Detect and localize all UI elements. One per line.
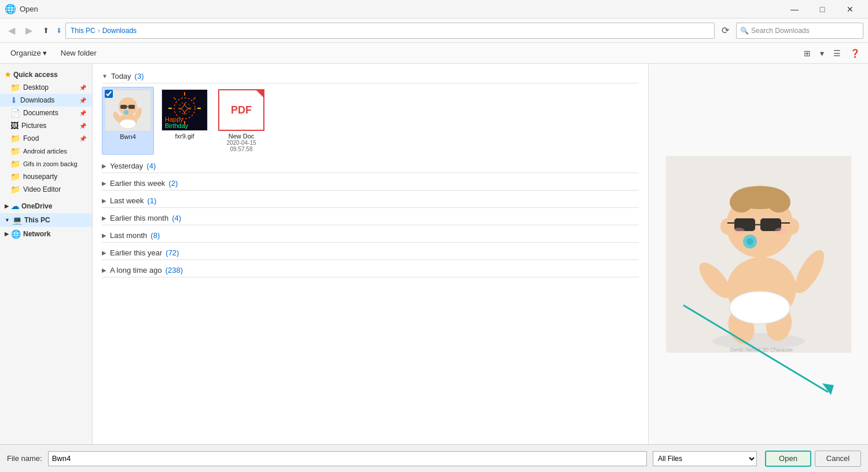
- preview-panel: Denis Alentul 3D Character: [648, 64, 868, 444]
- videoeditor-icon: 📁: [10, 185, 20, 194]
- file-meta-newdoc: 2020-04-1509.57.58: [226, 140, 256, 152]
- sidebar-quick-access[interactable]: ★ Quick access: [0, 68, 92, 81]
- sidebar-network[interactable]: ▶ 🌐 Network: [0, 227, 92, 241]
- help-button[interactable]: ❓: [847, 46, 863, 60]
- sidebar-item-label: Food: [23, 134, 39, 142]
- back-button[interactable]: ◀: [5, 23, 19, 38]
- sidebar-item-documents[interactable]: 📄 Documents 📌: [0, 107, 92, 119]
- file-item-fxr9[interactable]: ✦ Happy Birthday: [159, 87, 211, 155]
- thispc-icon: 💻: [12, 215, 22, 225]
- group-earlier-week: ▶ Earlier this week (2): [102, 177, 639, 191]
- group-earlier-month-count: (4): [172, 214, 181, 222]
- sidebar-item-houseparty[interactable]: 📁 houseparty: [0, 170, 92, 183]
- group-chevron-right-icon: ▶: [102, 215, 106, 221]
- gifs-icon: 📁: [10, 159, 20, 169]
- pictures-icon: 🖼: [10, 121, 19, 130]
- cancel-button[interactable]: Cancel: [815, 451, 861, 467]
- group-today-header[interactable]: ▼ Today (3): [102, 69, 639, 83]
- group-today-count: (3): [135, 72, 144, 81]
- files-grid-today: Bwn4 ✦ Happy Birthday: [102, 87, 639, 155]
- view-dropdown-button[interactable]: ▾: [816, 46, 827, 60]
- view-icons-button[interactable]: ⊞: [800, 46, 814, 60]
- group-longtime-ago-header[interactable]: ▶ A long time ago (238): [102, 264, 639, 277]
- group-longtime-ago-title: A long time ago: [110, 266, 162, 275]
- file-item-newdoc[interactable]: PDF New Doc 2020-04-1509.57.58: [215, 87, 267, 155]
- preview-image-container: Denis Alentul 3D Character: [666, 156, 851, 353]
- sidebar: ★ Quick access 📁 Desktop 📌 ⬇ Downloads 📌…: [0, 64, 93, 444]
- documents-icon: 📄: [10, 108, 20, 118]
- filetype-select[interactable]: All Files: [653, 451, 757, 466]
- svg-point-45: [775, 228, 786, 235]
- group-last-week: ▶ Last week (1): [102, 194, 639, 208]
- pin-icon: 📌: [79, 85, 86, 91]
- pdf-label: PDF: [231, 104, 252, 116]
- group-last-month-count: (8): [150, 231, 160, 240]
- refresh-button[interactable]: ⟳: [718, 23, 733, 38]
- sidebar-item-downloads[interactable]: ⬇ Downloads 📌: [0, 94, 92, 107]
- houseparty-icon: 📁: [10, 172, 20, 181]
- group-earlier-year-header[interactable]: ▶ Earlier this year (72): [102, 246, 639, 260]
- minimize-button[interactable]: —: [781, 0, 808, 19]
- sidebar-onedrive[interactable]: ▶ ☁ OneDrive: [0, 199, 92, 213]
- view-details-button[interactable]: ☰: [830, 46, 844, 60]
- group-today: ▼ Today (3): [102, 69, 639, 155]
- sidebar-item-pictures[interactable]: 🖼 Pictures 📌: [0, 119, 92, 132]
- file-checkbox-bwn4[interactable]: [105, 90, 113, 98]
- group-earlier-year-count: (72): [165, 248, 179, 257]
- svg-rect-3: [120, 105, 127, 109]
- organize-label: Organize: [10, 49, 41, 57]
- svg-point-6: [120, 119, 136, 129]
- file-area: ▼ Today (3): [93, 64, 648, 444]
- sidebar-item-android[interactable]: 📁 Android articles: [0, 145, 92, 158]
- forward-button[interactable]: ▶: [22, 23, 36, 38]
- search-box[interactable]: 🔍 Search Downloads: [736, 23, 863, 39]
- sidebar-item-label: Video Editor: [23, 185, 61, 193]
- group-last-month-header[interactable]: ▶ Last month (8): [102, 229, 639, 243]
- new-folder-label: New folder: [61, 49, 97, 57]
- breadcrumb-chevron: ›: [98, 27, 100, 35]
- sidebar-item-desktop[interactable]: 📁 Desktop 📌: [0, 81, 92, 94]
- bottom-buttons: Open Cancel: [765, 451, 861, 467]
- network-icon: 🌐: [11, 229, 21, 239]
- file-name-fxr9: fxr9.gif: [175, 133, 194, 140]
- group-earlier-year-title: Earlier this year: [110, 248, 162, 257]
- food-icon: 📁: [10, 134, 20, 143]
- sidebar-thispc[interactable]: ▼ 💻 This PC: [0, 213, 92, 227]
- sidebar-item-label: houseparty: [23, 173, 57, 181]
- breadcrumb[interactable]: This PC › Downloads: [65, 23, 715, 39]
- svg-text:Denis Alentul 3D Character: Denis Alentul 3D Character: [730, 347, 793, 353]
- open-button[interactable]: Open: [765, 451, 811, 467]
- sidebar-item-gifs[interactable]: 📁 Gifs in zoom backg: [0, 158, 92, 170]
- breadcrumb-this-pc[interactable]: This PC: [71, 27, 95, 35]
- up-button[interactable]: ⬆: [39, 24, 53, 37]
- group-last-week-title: Last week: [110, 196, 144, 205]
- sidebar-item-label: Downloads: [20, 96, 54, 104]
- group-last-week-header[interactable]: ▶ Last week (1): [102, 194, 639, 208]
- group-chevron-right-icon: ▶: [102, 163, 106, 169]
- organize-button[interactable]: Organize ▾: [5, 46, 53, 60]
- chevron-right-icon: ▶: [5, 203, 9, 209]
- group-earlier-week-title: Earlier this week: [110, 179, 165, 188]
- breadcrumb-downloads[interactable]: Downloads: [102, 27, 137, 35]
- sidebar-item-videoeditor[interactable]: 📁 Video Editor: [0, 183, 92, 196]
- group-earlier-week-header[interactable]: ▶ Earlier this week (2): [102, 177, 639, 191]
- title-text: Open: [20, 5, 38, 13]
- file-item-bwn4[interactable]: Bwn4: [102, 87, 154, 155]
- maximize-button[interactable]: □: [809, 0, 836, 19]
- group-chevron-right-icon: ▶: [102, 250, 106, 256]
- group-yesterday-header[interactable]: ▶ Yesterday (4): [102, 159, 639, 173]
- svg-point-44: [733, 228, 745, 235]
- group-earlier-year: ▶ Earlier this year (72): [102, 246, 639, 260]
- close-button[interactable]: ✕: [837, 0, 863, 19]
- group-earlier-month-header[interactable]: ▶ Earlier this month (4): [102, 211, 639, 225]
- sidebar-item-label: Desktop: [23, 83, 49, 92]
- desktop-icon: 📁: [10, 83, 20, 92]
- filename-input[interactable]: [48, 451, 647, 466]
- new-folder-button[interactable]: New folder: [55, 46, 102, 60]
- sidebar-item-food[interactable]: 📁 Food 📌: [0, 132, 92, 145]
- downloads-icon: ⬇: [10, 96, 17, 105]
- main-layout: ★ Quick access 📁 Desktop 📌 ⬇ Downloads 📌…: [0, 64, 868, 444]
- group-chevron-right-icon: ▶: [102, 197, 106, 204]
- chevron-right-icon: ▼: [5, 217, 10, 223]
- search-placeholder: Search Downloads: [751, 27, 810, 35]
